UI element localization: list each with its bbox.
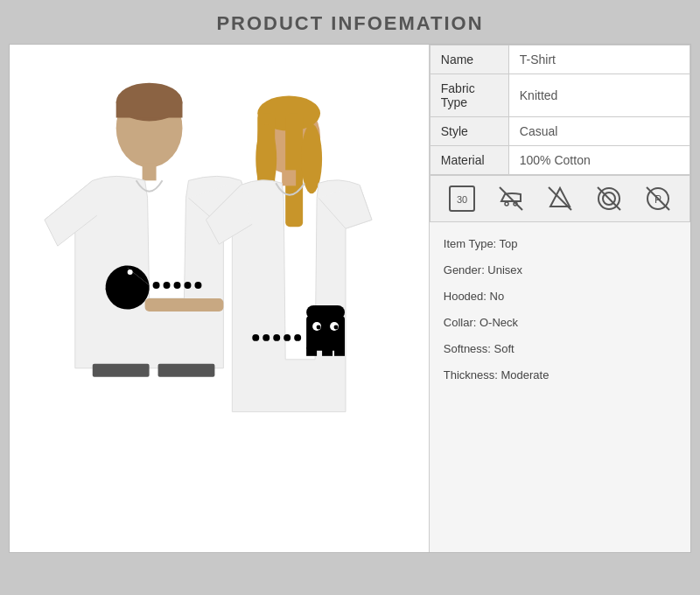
item-type-info: Item Type: Top xyxy=(444,231,676,257)
svg-rect-27 xyxy=(306,305,345,319)
svg-rect-11 xyxy=(145,298,224,312)
product-image-section xyxy=(10,45,429,552)
name-label: Name xyxy=(430,46,508,74)
svg-point-7 xyxy=(164,282,171,289)
no-tumble-dry-icon xyxy=(595,185,623,213)
svg-point-24 xyxy=(284,334,290,341)
material-value: 100% Cotton xyxy=(508,146,690,175)
no-dry-clean-icon: P xyxy=(644,185,672,213)
extra-info: Item Type: Top Gender: Unisex Hooded: No… xyxy=(430,222,690,552)
fabric-label: Fabric Type xyxy=(430,74,508,117)
svg-point-33 xyxy=(317,325,321,329)
svg-point-5 xyxy=(128,270,133,275)
style-value: Casual xyxy=(508,117,690,146)
svg-rect-20 xyxy=(282,170,296,186)
gender-info: Gender: Unisex xyxy=(444,257,676,284)
thickness-info: Thickness: Moderate xyxy=(444,362,676,388)
care-icons-row: 30 xyxy=(430,175,690,222)
style-label: Style xyxy=(430,117,508,146)
svg-point-25 xyxy=(294,334,301,341)
svg-rect-13 xyxy=(158,364,215,377)
svg-point-22 xyxy=(262,334,270,341)
svg-point-8 xyxy=(174,282,181,289)
svg-rect-30 xyxy=(334,347,345,356)
hooded-info: Hooded: No xyxy=(444,284,676,310)
svg-point-23 xyxy=(273,334,280,341)
fabric-row: Fabric Type Knitted xyxy=(430,74,690,117)
svg-rect-28 xyxy=(306,347,317,356)
svg-point-37 xyxy=(505,202,508,206)
page-title: PRODUCT INFOEMATION xyxy=(216,12,483,35)
content-area: Name T-Shirt Fabric Type Knitted Style C… xyxy=(9,44,691,553)
material-label: Material xyxy=(430,146,508,175)
collar-info: Collar: O-Neck xyxy=(444,310,676,336)
no-bleach-icon xyxy=(546,185,574,213)
svg-point-6 xyxy=(153,282,160,289)
svg-point-9 xyxy=(184,282,191,289)
softness-info: Softness: Soft xyxy=(444,336,676,362)
svg-rect-12 xyxy=(93,364,150,377)
wash-30-icon: 30 xyxy=(448,185,476,213)
name-row: Name T-Shirt xyxy=(430,46,690,74)
svg-point-10 xyxy=(194,282,201,289)
material-row: Material 100% Cotton xyxy=(430,146,690,175)
info-section: Name T-Shirt Fabric Type Knitted Style C… xyxy=(429,45,690,552)
no-iron-icon xyxy=(497,185,525,213)
product-info-table: Name T-Shirt Fabric Type Knitted Style C… xyxy=(430,45,690,175)
style-row: Style Casual xyxy=(430,117,690,146)
svg-rect-3 xyxy=(116,102,183,118)
svg-text:30: 30 xyxy=(457,194,467,205)
fabric-value: Knitted xyxy=(508,74,690,117)
svg-point-34 xyxy=(334,325,339,329)
svg-rect-26 xyxy=(306,316,345,351)
svg-point-21 xyxy=(252,334,259,341)
svg-rect-29 xyxy=(322,347,332,356)
svg-rect-4 xyxy=(143,163,157,180)
name-value: T-Shirt xyxy=(508,46,690,74)
